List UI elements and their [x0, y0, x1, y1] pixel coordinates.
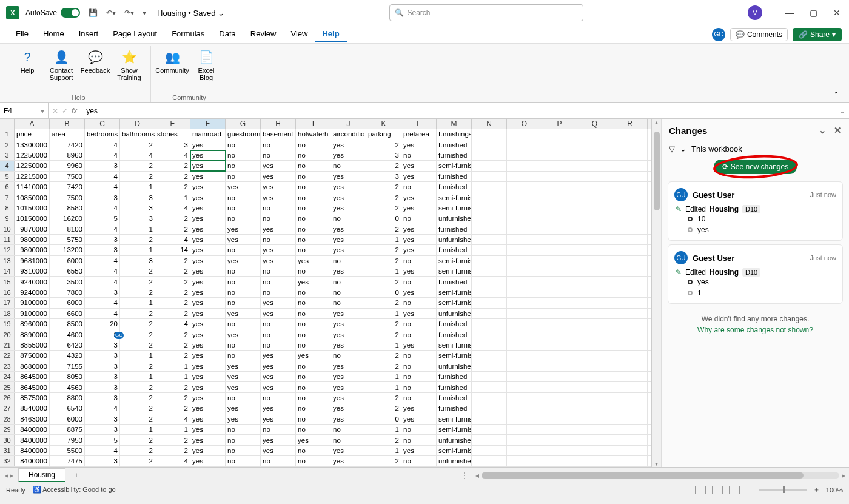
cell[interactable]: 1	[155, 192, 190, 202]
cell[interactable]: no	[261, 139, 296, 149]
cell[interactable]	[542, 266, 577, 276]
cell[interactable]: no	[331, 256, 366, 266]
cell[interactable]: 3	[120, 213, 155, 223]
cell[interactable]: yes	[401, 403, 437, 413]
cell[interactable]: no	[296, 266, 331, 276]
cell[interactable]	[577, 435, 612, 445]
horizontal-scrollbar[interactable]: ◂ ▸	[472, 471, 849, 480]
ribbon-contact-support[interactable]: 👤Contact Support	[46, 46, 76, 93]
cell[interactable]	[542, 351, 577, 360]
cell[interactable]	[507, 161, 542, 170]
row-header[interactable]: 13	[0, 256, 15, 266]
cell[interactable]	[542, 298, 577, 307]
cell[interactable]: 6540	[50, 403, 85, 413]
cell[interactable]: 2	[155, 277, 190, 286]
cell[interactable]: yes	[401, 245, 437, 255]
cell[interactable]: furnished	[437, 172, 472, 181]
cell[interactable]: semi-furnished	[437, 425, 472, 434]
cell[interactable]	[577, 172, 612, 181]
cell[interactable]: 3	[85, 456, 120, 466]
cell[interactable]: 3	[366, 150, 401, 160]
cell[interactable]: no	[261, 213, 296, 223]
row-header[interactable]: 29	[0, 425, 15, 434]
cell[interactable]: 1	[120, 224, 155, 234]
cell[interactable]: furnished	[437, 139, 472, 149]
cell[interactable]: bedrooms	[85, 129, 120, 139]
cell[interactable]	[472, 172, 507, 181]
cell[interactable]: 5500	[50, 446, 85, 455]
cell[interactable]	[472, 414, 507, 424]
cell[interactable]: 3	[85, 361, 120, 371]
cell[interactable]	[472, 256, 507, 266]
cell[interactable]: yes	[226, 256, 261, 266]
cell[interactable]: 2	[155, 351, 190, 360]
cell[interactable]: 2	[120, 361, 155, 371]
cell[interactable]: no	[401, 213, 437, 223]
row-header[interactable]: 27	[0, 403, 15, 413]
cell[interactable]	[507, 319, 542, 329]
cell[interactable]: 4	[85, 172, 120, 181]
cell[interactable]: 2	[120, 340, 155, 350]
cell[interactable]: no	[296, 414, 331, 424]
cell[interactable]: 2	[155, 340, 190, 350]
cell[interactable]: no	[226, 213, 261, 223]
cell[interactable]	[612, 425, 648, 434]
cell[interactable]	[472, 372, 507, 381]
cell[interactable]: yes	[296, 256, 331, 266]
cell[interactable]: 2	[155, 435, 190, 445]
sheet-tab-menu-icon[interactable]: ⋮	[457, 471, 472, 480]
cell[interactable]	[472, 235, 507, 244]
cell[interactable]: 4	[155, 203, 190, 213]
cell[interactable]	[507, 287, 542, 297]
cell[interactable]: furnishingstatus	[437, 129, 472, 139]
ribbon-help[interactable]: ?Help	[12, 46, 42, 93]
cell[interactable]	[612, 256, 648, 266]
cell[interactable]: 1	[155, 372, 190, 381]
cell[interactable]	[507, 309, 542, 318]
row-header[interactable]: 31	[0, 446, 15, 455]
cell[interactable]: 2	[120, 414, 155, 424]
cell[interactable]: yes	[190, 245, 226, 255]
cell[interactable]: 4	[85, 150, 120, 160]
cell[interactable]: yes	[190, 224, 226, 234]
cell[interactable]: 2	[155, 287, 190, 297]
cell[interactable]	[612, 329, 648, 339]
cell[interactable]: no	[296, 213, 331, 223]
cell[interactable]: no	[261, 340, 296, 350]
cell[interactable]: yes	[331, 150, 366, 160]
cell[interactable]	[472, 287, 507, 297]
row-header[interactable]: 1	[0, 129, 15, 139]
cell[interactable]: semi-furnished	[437, 266, 472, 276]
cell[interactable]: no	[226, 351, 261, 360]
user-avatar[interactable]: V	[748, 5, 762, 20]
tab-home[interactable]: Home	[36, 27, 72, 42]
cell[interactable]: 4	[85, 182, 120, 192]
cell[interactable]	[612, 203, 648, 213]
cell[interactable]: 10850000	[15, 192, 50, 202]
cell[interactable]: furnished	[437, 403, 472, 413]
cell[interactable]: 2	[155, 446, 190, 455]
cell[interactable]: 2	[120, 403, 155, 413]
cell[interactable]: 3	[120, 203, 155, 213]
cell[interactable]: 8400000	[15, 425, 50, 434]
cell[interactable]: yes	[331, 266, 366, 276]
cell[interactable]: furnished	[437, 245, 472, 255]
cell[interactable]	[542, 435, 577, 445]
cell[interactable]: 2	[366, 403, 401, 413]
cell[interactable]: yes	[401, 414, 437, 424]
cell[interactable]: yes	[331, 224, 366, 234]
cell[interactable]: 7950	[50, 435, 85, 445]
cell[interactable]: no	[296, 203, 331, 213]
cell[interactable]	[612, 446, 648, 455]
cell[interactable]: unfurnished	[437, 435, 472, 445]
cell[interactable]	[472, 435, 507, 445]
cell[interactable]: 2	[155, 182, 190, 192]
cell[interactable]: 1	[366, 309, 401, 318]
cell[interactable]: yes	[331, 245, 366, 255]
cell[interactable]	[542, 446, 577, 455]
cell[interactable]: yes	[401, 203, 437, 213]
cell[interactable]: no	[401, 277, 437, 286]
cell[interactable]: yes	[226, 372, 261, 381]
cell[interactable]: no	[261, 329, 296, 339]
cell[interactable]: 2	[120, 277, 155, 286]
